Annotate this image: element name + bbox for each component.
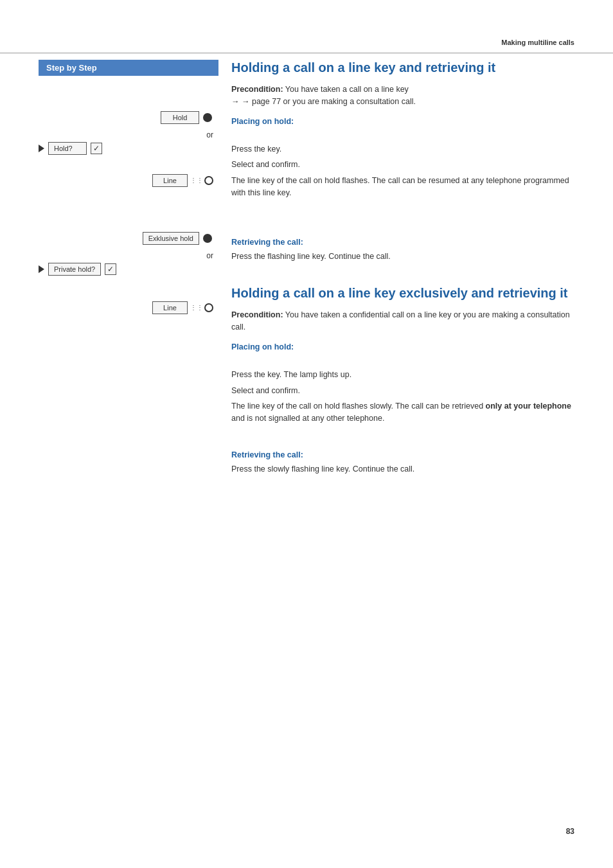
hold-dot-indicator [203, 113, 212, 122]
retrieving-label-2: Retrieving the call: [231, 450, 574, 459]
line-key-diagram-2: Line ⋮⋮ [39, 301, 218, 314]
nav-arrow-icon [39, 145, 44, 152]
flash-dot-2 [204, 303, 213, 312]
precondition-link-1: → → page 77 or you are making a consulta… [231, 97, 416, 106]
select-confirm-2: Select and confirm. [231, 385, 574, 397]
check-box-2[interactable]: ✓ [105, 263, 116, 275]
line-key-note-part2: and is not signalled at any other teleph… [231, 414, 384, 423]
private-hold-nav-row: Private hold? ✓ [39, 263, 218, 276]
flash-lines-icon: ⋮⋮ [190, 177, 203, 184]
line-key-button-1[interactable]: Line [152, 174, 188, 187]
section1-precondition: Precondition: You have taken a call on a… [231, 84, 574, 108]
step-by-step-box: Step by Step [39, 60, 218, 76]
header-title: Making multiline calls [501, 39, 574, 46]
precondition-body-1: You have taken a call on a line key [285, 85, 409, 94]
page: Making multiline calls Step by Step Hold [0, 0, 613, 868]
line-key-note-2: The line key of the call on hold flashes… [231, 400, 574, 425]
placing-on-hold-label-2: Placing on hold: [231, 342, 574, 351]
section2-title: Holding a call on a line key exclusively… [231, 285, 574, 301]
line-key-note-1: The line key of the call on hold flashes… [231, 175, 574, 199]
exklusive-hold-button[interactable]: Exklusive hold [143, 232, 199, 245]
line-key-note-bold: only at your telephone [486, 402, 571, 411]
placing-on-hold-label-1: Placing on hold: [231, 117, 574, 126]
main-content: Step by Step Hold or Hold? [0, 60, 613, 479]
line-key-button-2[interactable]: Line [152, 301, 188, 314]
hold-nav-row: Hold? ✓ [39, 142, 218, 155]
flash-dot-1 [204, 176, 213, 185]
select-confirm-1: Select and confirm. [231, 159, 574, 171]
hold-nav-button[interactable]: Hold? [48, 142, 87, 155]
flash-indicator-1: ⋮⋮ [190, 176, 213, 185]
step-by-step-label: Step by Step [46, 63, 97, 73]
or-text-2: or [39, 251, 218, 260]
placing-on-hold-text-2: Press the key. The lamp lights up. [231, 369, 574, 381]
left-column: Step by Step Hold or Hold? [39, 60, 218, 479]
right-column: Holding a call on a line key and retriev… [218, 60, 574, 479]
retrieving-text-1: Press the flashing line key. Continue th… [231, 251, 574, 263]
retrieving-text-2: Press the slowly flashing line key. Cont… [231, 463, 574, 475]
hold-key-row: Hold [161, 111, 212, 124]
exklusive-dot-indicator [203, 234, 212, 243]
flash-indicator-2: ⋮⋮ [190, 303, 213, 312]
precondition-label-2: Precondition: [231, 310, 283, 319]
private-hold-button[interactable]: Private hold? [48, 263, 101, 276]
exklusive-hold-row: Exklusive hold [143, 232, 212, 245]
section-divider [231, 266, 574, 285]
check-box-1[interactable]: ✓ [91, 143, 102, 154]
flash-lines-icon-2: ⋮⋮ [190, 305, 203, 311]
retrieving-label-1: Retrieving the call: [231, 238, 574, 247]
page-header: Making multiline calls [0, 0, 613, 53]
arrow-icon-1: → [231, 97, 240, 106]
nav-arrow-icon-2 [39, 265, 44, 273]
precondition-label-1: Precondition: [231, 85, 283, 94]
hold-key-button[interactable]: Hold [161, 111, 199, 124]
section1-title: Holding a call on a line key and retriev… [231, 60, 574, 76]
line-key-note-part1: The line key of the call on hold flashes… [231, 402, 486, 411]
page-number: 83 [566, 827, 574, 836]
exklusive-hold-diagram: Exklusive hold [39, 232, 218, 245]
or-text-1: or [39, 130, 218, 139]
placing-on-hold-text-1: Press the key. [231, 143, 574, 155]
hold-key-diagram: Hold [39, 111, 218, 124]
line-key-diagram-1: Line ⋮⋮ [39, 174, 218, 187]
section2-precondition: Precondition: You have taken a confident… [231, 309, 574, 333]
